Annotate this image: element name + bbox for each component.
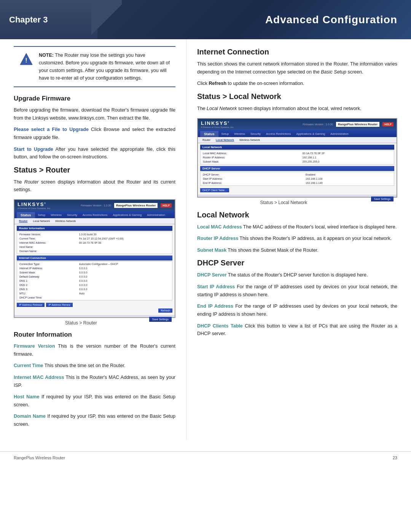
- linksys-dhcp-header: DHCP Server: [200, 166, 394, 171]
- linksys-local-logo-area: LINKSYS® A Division of Cisco Systems, In…: [201, 120, 234, 128]
- linksys-router-table: Firmware Version:1.0.00 build 39 Current…: [17, 232, 172, 254]
- linksys-local-security-tab[interactable]: Security: [248, 131, 263, 137]
- upgrade-firmware-heading: Upgrade Firmware: [14, 95, 175, 102]
- local-network-heading: Local Network: [197, 211, 397, 219]
- status-local-heading: Status > Local Network: [197, 92, 397, 101]
- file-select-link[interactable]: Please select a File to Upgrade: [14, 127, 89, 132]
- linksys-local-apps-tab[interactable]: Applications & Gaming: [294, 131, 327, 137]
- end-ip-text: End IP Address For the range of IP addre…: [197, 302, 397, 318]
- status-router-heading: Status > Router: [14, 166, 175, 174]
- router-information-heading: Router Information: [14, 331, 175, 339]
- linksys-security-tab[interactable]: Security: [65, 212, 80, 218]
- domain-name-label: Domain Name: [14, 414, 46, 419]
- linksys-top-bar: LINKSYS® A Division of Cisco Systems, In…: [14, 200, 175, 211]
- header-right: Advanced Configuration: [97, 0, 411, 39]
- dhcp-server-label: DHCP Server: [197, 272, 227, 278]
- dhcp-clients-text: DHCP Clients Table Click this button to …: [197, 322, 397, 338]
- linksys-internet-header: Internet Connection: [17, 256, 172, 260]
- svg-text:!: !: [25, 57, 27, 64]
- internet-mac-label: Internet MAC Address: [14, 375, 64, 380]
- internet-connection-body1: This section shows the current network i…: [197, 60, 397, 76]
- note-bold: NOTE:: [39, 53, 54, 58]
- linksys-router-info-header: Router Information: [17, 226, 172, 231]
- firmware-version-label: Firmware Version: [14, 343, 55, 349]
- linksys-local-wireless-subtab[interactable]: Wireless Network: [237, 138, 262, 142]
- linksys-wireless-subtab[interactable]: Wireless Network: [53, 219, 78, 223]
- dhcp-clients-row: DHCP Client Table...: [200, 187, 394, 193]
- save-settings-button[interactable]: Save Settings: [149, 317, 172, 322]
- linksys-local-top-right: Firmware Version : 1.0.00 RangePlus Wire…: [303, 122, 393, 127]
- table-row: Subnet Mask:255.255.255.0: [201, 160, 393, 163]
- refresh-button[interactable]: Refresh: [158, 308, 172, 313]
- linksys-body: Router Information Firmware Version:1.0.…: [14, 224, 175, 315]
- linksys-local-sub: A Division of Cisco Systems, Inc.: [201, 126, 234, 128]
- table-row: Start IP Address:192.168.1.100: [201, 177, 393, 181]
- page-title: Advanced Configuration: [265, 14, 397, 26]
- local-save-settings-button[interactable]: Save Settings: [371, 197, 393, 201]
- linksys-sub-nav: Router Local Network Wireless Network: [14, 218, 175, 224]
- linksys-router-ui: LINKSYS® A Division of Cisco Systems, In…: [14, 200, 175, 318]
- linksys-local-local-subtab[interactable]: Local Network: [213, 138, 236, 142]
- table-row: Router IP Address:192.168.1.1: [201, 156, 393, 159]
- note-box: ! NOTE: The Router may lose the settings…: [14, 46, 175, 87]
- upgrade-firmware-body3: Start to Upgrade After you have selected…: [14, 145, 175, 161]
- linksys-local-setup-tab[interactable]: Setup: [219, 131, 231, 137]
- start-ip-label: Start IP Address: [197, 284, 235, 289]
- note-text: NOTE: The Router may lose the settings y…: [39, 51, 170, 82]
- table-row: Default Gateway:0.0.0.0: [18, 275, 171, 278]
- table-row: Domain Name:: [18, 249, 171, 253]
- start-ip-text: Start IP Address For the range of IP add…: [197, 283, 397, 299]
- footer-brand: RangePlus Wireless Router: [14, 455, 65, 460]
- linksys-local-body: Local Network Local MAC Address:00:1A:73…: [198, 143, 397, 195]
- table-row: Firmware Version:1.0.00 build 39: [18, 233, 171, 236]
- dhcp-clients-table-button[interactable]: DHCP Client Table...: [200, 188, 229, 192]
- ip-renew-button[interactable]: IP Address Renew: [46, 303, 72, 307]
- local-screenshot-caption: Status > Local Network: [197, 200, 397, 205]
- end-ip-label: End IP Address: [197, 304, 233, 309]
- router-ip-text: Router IP Address This shows the Router'…: [197, 235, 397, 243]
- linksys-logo-area: LINKSYS® A Division of Cisco Systems, In…: [18, 201, 51, 209]
- host-name-text: Host Name If required by your ISP, this …: [14, 393, 175, 409]
- linksys-wireless-tab[interactable]: Wireless: [48, 212, 64, 218]
- linksys-local-subtab[interactable]: Local Network: [31, 219, 52, 223]
- linksys-local-nav: Status Setup Wireless Security Access Re…: [198, 130, 397, 137]
- note-icon: !: [19, 52, 33, 67]
- table-row: Host Name:: [18, 245, 171, 249]
- linksys-local-admin-tab[interactable]: Administration: [328, 131, 351, 137]
- linksys-sub: A Division of Cisco Systems, Inc.: [18, 207, 51, 209]
- page-footer: RangePlus Wireless Router 23: [0, 451, 411, 464]
- linksys-admin-tab[interactable]: Administration: [145, 212, 167, 218]
- page-header: Chapter 3 Advanced Configuration: [0, 0, 411, 39]
- linksys-local-firmware: Firmware Version : 1.0.00: [303, 123, 333, 126]
- linksys-access-tab[interactable]: Access Restrictions: [80, 212, 110, 218]
- linksys-local-help-btn[interactable]: HELP: [382, 122, 393, 126]
- linksys-nav: Status Setup Wireless Security Access Re…: [14, 211, 175, 218]
- linksys-router-name: RangePlus Wireless Router: [114, 203, 158, 208]
- linksys-local-status-tab[interactable]: Status: [200, 131, 218, 137]
- router-ip-label: Router IP Address: [197, 236, 238, 241]
- internet-connection-heading: Internet Connection: [197, 48, 397, 56]
- footer-page-number: 23: [393, 455, 397, 460]
- linksys-apps-tab[interactable]: Applications & Gaming: [110, 212, 144, 218]
- linksys-status-tab[interactable]: Status: [17, 212, 35, 218]
- ip-release-button[interactable]: IP Address Release: [17, 303, 45, 307]
- left-column: ! NOTE: The Router may lose the settings…: [0, 39, 186, 440]
- header-curve-decoration: [91, 0, 122, 39]
- linksys-firmware: Firmware Version : 1.0.00: [81, 204, 111, 207]
- status-router-body: The Router screen displays information a…: [14, 178, 175, 194]
- linksys-local-table: Local MAC Address:00:1A:73:7E:9F:3F Rout…: [200, 150, 394, 165]
- linksys-local-access-tab[interactable]: Access Restrictions: [264, 131, 293, 137]
- table-row: DNS 2:0.0.0.0: [18, 283, 171, 287]
- linksys-local-wireless-tab[interactable]: Wireless: [232, 131, 247, 137]
- start-upgrade-link[interactable]: Start to Upgrade: [14, 147, 53, 152]
- linksys-help-btn[interactable]: HELP: [161, 203, 172, 208]
- table-row: Connection Type:Automatic Configuration …: [18, 262, 171, 266]
- linksys-internet-table: Connection Type:Automatic Configuration …: [17, 261, 172, 300]
- dhcp-server-text: DHCP Server The status of the Router's D…: [197, 271, 397, 279]
- linksys-router-subtab[interactable]: Router: [17, 219, 30, 223]
- linksys-setup-tab[interactable]: Setup: [36, 212, 48, 218]
- linksys-local-router-subtab[interactable]: Router: [200, 138, 213, 142]
- linksys-local-top-bar: LINKSYS® A Division of Cisco Systems, In…: [198, 119, 397, 130]
- subnet-mask-label: Subnet Mask: [197, 248, 226, 253]
- table-row: Internet MAC Address:00:1A:73:7E:9F:3E: [18, 241, 171, 244]
